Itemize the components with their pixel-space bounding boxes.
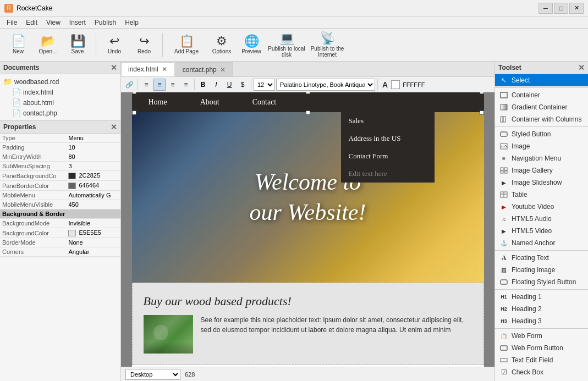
- doc-children: 📄 index.html 📄 about.html 📄 contact.php: [3, 87, 117, 118]
- prop-row-bordermode: BorderMode None: [0, 238, 120, 247]
- canvas-area[interactable]: ✛ Home About Contact Sales Address in th…: [121, 92, 494, 367]
- tab-index[interactable]: index.html ✕: [121, 62, 174, 76]
- toolset-item-html5-video[interactable]: ▶ HTML5 Video: [495, 225, 588, 237]
- doc-root[interactable]: 📁 woodbased.rcd: [3, 76, 117, 87]
- menu-file[interactable]: File: [2, 18, 21, 27]
- toolset-item-web-form[interactable]: 📋 Web Form: [495, 330, 588, 342]
- addpage-button[interactable]: 📋 Add Page: [167, 31, 206, 59]
- nav-item-about[interactable]: About: [184, 92, 236, 112]
- toolset-item-heading3[interactable]: H3 Heading 3: [495, 315, 588, 327]
- toolset-item-web-form-button[interactable]: Web Form Button: [495, 342, 588, 354]
- toolset-label-web-form: Web Form: [512, 332, 542, 340]
- font-family-select[interactable]: Palatino Linotype, Book Antiqua3, Pal: [276, 79, 375, 91]
- open-button[interactable]: 📂 Open...: [34, 31, 62, 59]
- publish-local-button[interactable]: 💻 Publish to local disk: [267, 31, 306, 59]
- toolset-scroll[interactable]: ↖ Select Container Gradient Container: [495, 74, 588, 381]
- align-left-button[interactable]: ≡: [140, 79, 152, 91]
- toolset-item-navigation-menu[interactable]: ≡ Navigation Menu: [495, 152, 588, 164]
- tab-index-close[interactable]: ✕: [162, 65, 167, 73]
- title-bar-controls[interactable]: ─ □ ✕: [538, 3, 584, 14]
- dropdown-edittext[interactable]: Edit text here: [341, 165, 435, 183]
- align-right-button[interactable]: ≡: [167, 79, 179, 91]
- page-canvas: ✛ Home About Contact Sales Address in th…: [132, 92, 484, 367]
- bgcolor-swatch: [68, 230, 76, 236]
- toolset-item-table[interactable]: Table: [495, 189, 588, 201]
- toolset-item-container-columns[interactable]: Container with Columns: [495, 113, 588, 125]
- toolset-item-select[interactable]: ↖ Select: [495, 74, 588, 86]
- underline-button[interactable]: U: [223, 79, 235, 91]
- toolset-item-youtube-video[interactable]: ▶ Youtube Video: [495, 201, 588, 213]
- menu-help[interactable]: Help: [120, 18, 143, 27]
- properties-close-button[interactable]: ✕: [111, 123, 117, 131]
- minimize-button[interactable]: ─: [538, 3, 553, 14]
- toolset-item-image-slideshow[interactable]: ▶ Image Slideshow: [495, 176, 588, 189]
- toolset-item-floating-styled-button[interactable]: Floating Styled Button: [495, 276, 588, 288]
- toolset-item-floating-text[interactable]: A Floating Text: [495, 252, 588, 264]
- redo-button[interactable]: ↪ Redo: [130, 31, 158, 59]
- toolset-item-check-box[interactable]: ☑ Check Box: [495, 366, 588, 378]
- dollar-button[interactable]: $: [237, 79, 249, 91]
- nav-item-home[interactable]: Home: [132, 92, 184, 112]
- menu-publish[interactable]: Publish: [90, 18, 120, 27]
- doc-child-icon-2: 📄: [12, 98, 21, 107]
- toolset-item-image[interactable]: Image: [495, 140, 588, 152]
- prop-key-paneborder: PaneBorderColor: [0, 181, 66, 191]
- new-button[interactable]: 📄 New: [4, 31, 32, 59]
- prop-key-bordermode: BorderMode: [0, 238, 66, 247]
- toolset-item-text-edit-field[interactable]: Text Edit Field: [495, 354, 588, 366]
- doc-child-index[interactable]: 📄 index.html: [12, 87, 117, 97]
- title-bar-left: R RocketCake: [4, 4, 52, 13]
- view-mode-select[interactable]: Desktop Tablet Mobile: [125, 369, 180, 380]
- tab-contact-close[interactable]: ✕: [220, 66, 226, 74]
- toolset-item-heading2[interactable]: H2 Heading 2: [495, 303, 588, 315]
- toolset-item-floating-image[interactable]: 🖼 Floating Image: [495, 264, 588, 276]
- heading2-icon: H2: [499, 305, 508, 313]
- menu-insert[interactable]: Insert: [65, 18, 90, 27]
- dropdown-contactform[interactable]: Contact Form: [341, 147, 435, 165]
- preview-button[interactable]: 🌐 Preview: [238, 31, 265, 59]
- font-size-select[interactable]: 12 14 16 18: [254, 79, 275, 91]
- bold-button[interactable]: B: [197, 79, 209, 91]
- doc-child-contact[interactable]: 📄 contact.php: [12, 108, 117, 118]
- toolset-label-web-form-button: Web Form Button: [512, 344, 563, 352]
- toolset-item-container[interactable]: Container: [495, 89, 588, 101]
- toolset-label-text-edit-field: Text Edit Field: [512, 356, 553, 364]
- maximize-button[interactable]: □: [554, 3, 568, 14]
- nav-item-contact[interactable]: Contact: [236, 92, 293, 112]
- toolset-item-heading1[interactable]: H1 Heading 1: [495, 291, 588, 303]
- link-button[interactable]: 🔗: [123, 79, 135, 91]
- prop-row-minentrywidth: MinEntryWidth 80: [0, 152, 120, 162]
- options-button[interactable]: ⚙ Options: [208, 31, 235, 59]
- toolset-item-image-gallery[interactable]: Image Gallery: [495, 164, 588, 176]
- toolset-close-button[interactable]: ✕: [578, 63, 585, 72]
- toolset-item-gradient-container[interactable]: Gradient Container: [495, 101, 588, 113]
- heading1-icon: H1: [499, 292, 508, 301]
- doc-child-about[interactable]: 📄 about.html: [12, 97, 117, 108]
- toolset-label-heading2: Heading 2: [512, 305, 542, 313]
- align-justify-button[interactable]: ≡: [180, 79, 192, 91]
- documents-close-button[interactable]: ✕: [111, 63, 117, 72]
- publish-web-button[interactable]: 📡 Publish to the Internet: [308, 31, 347, 59]
- text-color-box[interactable]: [391, 80, 400, 89]
- align-center-button[interactable]: ≡: [153, 79, 166, 91]
- toolset-label-image-slideshow: Image Slideshow: [512, 179, 562, 186]
- tab-contact-label: contact.php: [183, 66, 217, 74]
- panebg-swatch: [68, 173, 76, 179]
- nav-selection-area: ✛ Home About Contact Sales Address in th…: [132, 92, 484, 112]
- prop-key-mobilemenu: MobileMenu: [0, 191, 66, 200]
- toolset-item-html5-audio[interactable]: ♫ HTML5 Audio: [495, 213, 588, 225]
- dropdown-address[interactable]: Address in the US: [341, 130, 435, 147]
- dropdown-sales[interactable]: Sales: [341, 112, 435, 130]
- undo-button[interactable]: ↩ Undo: [101, 31, 128, 59]
- menu-view[interactable]: View: [42, 18, 65, 27]
- italic-button[interactable]: I: [210, 79, 222, 91]
- toolset-item-styled-button[interactable]: Styled Button: [495, 128, 588, 140]
- paneborder-swatch: [68, 183, 76, 189]
- format-bar: 🔗 ≡ ≡ ≡ ≡ B I U $ 12 14 16 18 Palatino L…: [121, 77, 494, 92]
- menu-edit[interactable]: Edit: [21, 18, 42, 27]
- close-button[interactable]: ✕: [569, 3, 584, 14]
- toolset-item-radio-button[interactable]: ◉ Radio Button: [495, 378, 588, 381]
- toolset-item-named-anchor[interactable]: ⚓ Named Anchor: [495, 237, 588, 249]
- save-button[interactable]: 💾 Save: [64, 31, 91, 59]
- tab-contact[interactable]: contact.php ✕: [175, 62, 233, 76]
